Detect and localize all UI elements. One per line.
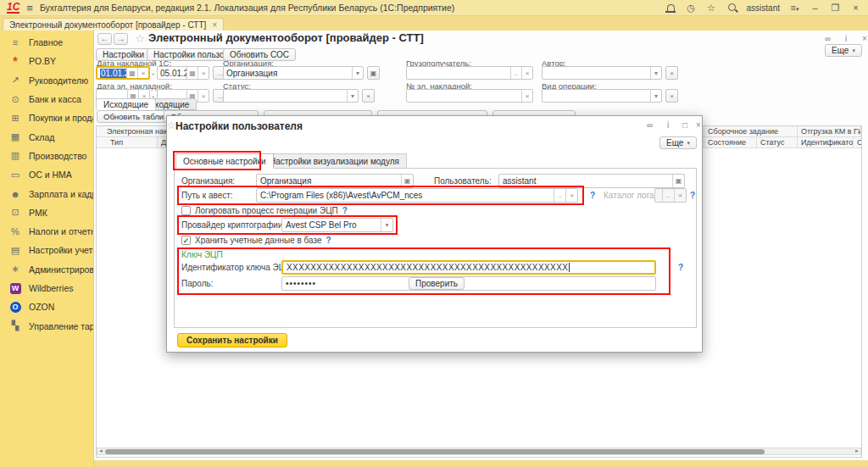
calendar-icon[interactable]: ▦ — [126, 68, 137, 78]
sidebar-item-ozon[interactable]: OOZON — [0, 297, 93, 316]
table-col-status2[interactable]: Стату — [854, 137, 861, 148]
dropdown-icon[interactable]: ▾ — [381, 219, 392, 231]
open-icon[interactable]: ▣ — [672, 175, 684, 187]
dlg-provider-field[interactable]: Avest CSP Bel Pro ▾ — [281, 218, 393, 232]
dlg-user-field[interactable]: assistant ▣ — [498, 174, 685, 188]
dropdown-icon[interactable]: ▾ — [347, 90, 358, 102]
sidebar-item-pokupki-prodazhi[interactable]: ⊞Покупки и продажи — [0, 108, 93, 127]
sidebar-item-wildberries[interactable]: WWildberries — [0, 279, 93, 297]
sidebar-item-proizvodstvo[interactable]: ▥Производство — [0, 147, 93, 165]
table-col-type[interactable]: Тип — [103, 137, 158, 148]
back-button[interactable]: ← — [97, 33, 112, 45]
help-icon[interactable]: ? — [690, 191, 695, 200]
favorite-star-icon[interactable]: ☆ — [135, 32, 145, 45]
factory-icon: ▥ — [8, 150, 22, 161]
dropdown-icon[interactable]: ▾ — [650, 67, 661, 79]
dialog-close-icon[interactable]: × — [696, 120, 701, 130]
forward-button[interactable]: → — [114, 33, 128, 45]
document-tab-edo[interactable]: Электронный документооборот [провайдер -… — [3, 18, 224, 31]
ellipsis-icon[interactable]: .. — [554, 189, 565, 202]
ellipsis-icon[interactable]: .. — [510, 67, 521, 79]
date-1c-to-field[interactable]: 05.01.2026 ▦ × — [157, 66, 209, 80]
table-col-status[interactable]: Статус — [757, 137, 798, 148]
window-minimize-button[interactable]: – — [810, 3, 821, 13]
sidebar-item-bank-kassa[interactable]: ⊙Банк и касса — [0, 90, 93, 108]
dropdown-icon[interactable]: ▾ — [650, 90, 661, 102]
log-process-checkbox[interactable] — [181, 206, 191, 215]
sidebar-item-os-nma[interactable]: ▭ОС и НМА — [0, 165, 93, 184]
sidebar-item-nalogi[interactable]: %Налоги и отчетность — [0, 222, 93, 241]
doc-num-field[interactable]: × — [406, 89, 533, 103]
dialog-maximize-icon[interactable]: □ — [682, 120, 687, 130]
clear-icon[interactable]: × — [521, 67, 532, 79]
main-menu-icon[interactable]: ≡ — [26, 2, 33, 14]
store-creds-checkbox[interactable]: ✓ — [181, 236, 191, 245]
dropdown-icon[interactable]: ▾ — [352, 67, 363, 79]
sidebar-item-sklad[interactable]: ▦Склад — [0, 127, 93, 146]
tab-close-icon[interactable]: × — [212, 20, 217, 30]
check-button[interactable]: Проверить — [409, 277, 465, 290]
dlg-org-field[interactable]: Организация ▣ — [256, 174, 414, 188]
dialog-info-icon[interactable]: i — [667, 120, 669, 130]
favorites-star-icon[interactable]: ☆ — [706, 3, 717, 14]
calendar-icon[interactable]: ▦ — [186, 67, 198, 79]
clear-icon[interactable]: × — [137, 68, 148, 78]
sidebar-item-nastroyki-ucheta[interactable]: ▤Настройки учета — [0, 241, 93, 259]
search-icon[interactable] — [726, 3, 737, 13]
sidebar-item-rukovoditelyu[interactable]: ↗Руководителю — [0, 71, 93, 90]
op-type-field[interactable]: ▾ — [542, 89, 662, 103]
cash-register-icon: ⊡ — [8, 207, 22, 218]
notifications-bell-icon[interactable] — [665, 3, 676, 13]
org-filter-field[interactable]: Организация ▾ — [223, 66, 364, 80]
table-col-state[interactable]: Состояние — [704, 137, 757, 148]
help-icon[interactable]: ? — [678, 263, 683, 272]
op-type-clear-button[interactable]: × — [665, 89, 678, 103]
sidebar-item-glavnoe[interactable]: ≡Главное — [0, 33, 93, 52]
form-info-icon[interactable]: i — [845, 34, 847, 43]
password-field[interactable]: •••••••• — [281, 276, 656, 291]
scroll-right-icon[interactable]: ► — [854, 448, 860, 454]
window-close-button[interactable]: × — [850, 3, 861, 13]
window-restore-button[interactable]: ❐ — [830, 3, 841, 14]
help-icon[interactable]: ? — [342, 206, 348, 215]
sidebar-item-upravlenie-tarifom[interactable]: ▚Управление тарифом — [0, 316, 93, 335]
sidebar-item-administrirovanie[interactable]: ∗Администрирование — [0, 260, 93, 279]
1c-logo-icon: 1С — [7, 3, 19, 14]
form-link-icon[interactable]: ∞ — [825, 34, 831, 43]
scrollbar-thumb[interactable] — [105, 449, 765, 454]
scroll-left-icon[interactable]: ◄ — [97, 448, 104, 454]
dialog-tab-main-settings[interactable]: Основные настройки — [175, 153, 274, 169]
help-icon[interactable]: ? — [326, 236, 331, 245]
table-col-shipment-id[interactable]: Идентификатор отгрузки — [798, 137, 854, 148]
clear-icon[interactable]: × — [198, 90, 209, 102]
history-clock-icon[interactable]: ◷ — [686, 3, 697, 14]
dlg-log-dir-field[interactable]: .. × — [654, 188, 687, 203]
open-icon[interactable]: ▣ — [401, 175, 413, 187]
status-field[interactable]: ▾ — [223, 89, 359, 103]
horizontal-scrollbar[interactable]: ◄ ► — [97, 448, 861, 455]
clear-icon[interactable]: × — [198, 67, 209, 79]
clear-icon[interactable]: × — [521, 90, 532, 102]
service-menu-icon[interactable]: ≡▾ — [789, 3, 800, 13]
dlg-avest-path-field[interactable]: C:\Program Files (x86)\Avest\AvPCM_nces … — [256, 188, 578, 203]
dialog-link-icon[interactable]: ∞ — [647, 120, 653, 130]
sidebar-item-rmk[interactable]: ⊡РМК — [0, 203, 93, 222]
help-icon[interactable]: ? — [590, 191, 595, 200]
date-1c-from-field[interactable]: 01.01.2026 ▦ × — [96, 66, 150, 80]
sidebar-item-zarplata-kadry[interactable]: ☻Зарплата и кадры — [0, 184, 93, 203]
org-open-button[interactable]: ▣ — [367, 66, 380, 80]
sidebar-item-poby[interactable]: *PO.BY — [0, 52, 93, 70]
key-id-field[interactable]: XXXXXXXXXXXXXXXXXXXXXXXXXXXXXXXXXXXXXXXX… — [281, 260, 656, 275]
consignee-field[interactable]: .. × — [406, 66, 533, 80]
form-close-icon[interactable]: × — [862, 34, 867, 43]
status-clear-button[interactable]: × — [362, 89, 375, 103]
dialog-more-button[interactable]: Еще▾ — [659, 136, 697, 149]
save-settings-button[interactable]: Сохранить настройки — [177, 333, 287, 347]
dlg-avest-path-label: Путь к авест: — [181, 191, 233, 200]
dialog-tab-visualization[interactable]: Настройки визуализации модуля — [262, 153, 407, 169]
clear-icon[interactable]: × — [565, 189, 577, 202]
author-field[interactable]: ▾ — [542, 66, 662, 80]
author-clear-button[interactable]: × — [665, 66, 678, 80]
more-button-main[interactable]: Еще▾ — [825, 44, 862, 57]
tab-outgoing[interactable]: Исходящие — [96, 98, 156, 110]
